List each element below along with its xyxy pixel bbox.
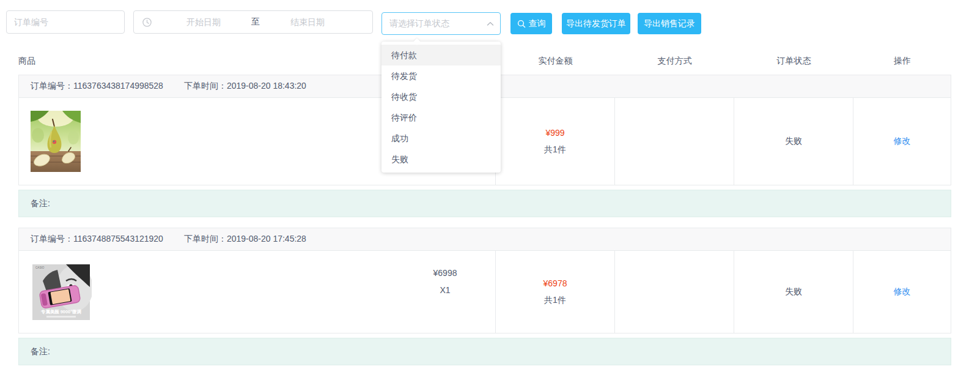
order-status-cell: 失败 bbox=[734, 251, 853, 333]
order-card-body: CASIO 专属美颜 9000°微调 ¥6998 X1 ¥6978 共1件 失败 bbox=[18, 251, 951, 333]
unit-price-block: ¥6998 X1 bbox=[408, 264, 482, 299]
date-range-picker[interactable]: 至 bbox=[133, 10, 373, 34]
search-icon bbox=[517, 20, 526, 28]
order-time-label: 下单时间：2019-08-20 18:43:20 bbox=[184, 81, 306, 92]
unit-quantity: X1 bbox=[408, 281, 482, 299]
pay-method-cell bbox=[614, 98, 734, 185]
remark-label: 备注: bbox=[31, 346, 50, 357]
start-date-input[interactable] bbox=[160, 17, 248, 27]
header-order-status: 订单状态 bbox=[734, 56, 853, 67]
order-number-label: 订单编号：1163748875543121920 bbox=[31, 234, 163, 245]
export-pending-orders-button[interactable]: 导出待发货订单 bbox=[562, 13, 630, 34]
action-cell: 修改 bbox=[853, 251, 951, 333]
order-remark-row: 备注: bbox=[18, 338, 951, 365]
order-status: 失败 bbox=[785, 286, 802, 297]
order-status: 失败 bbox=[785, 136, 802, 147]
order-time-label: 下单时间：2019-08-20 17:45:28 bbox=[184, 234, 306, 245]
edit-order-link[interactable]: 修改 bbox=[894, 136, 911, 147]
status-dropdown-panel: 待付款 待发货 待收货 待评价 成功 失败 bbox=[381, 42, 501, 173]
status-option-failed[interactable]: 失败 bbox=[381, 149, 501, 170]
order-remark-row: 备注: bbox=[18, 190, 951, 217]
end-date-input[interactable] bbox=[263, 17, 352, 27]
order-card-header: 订单编号：1163748875543121920 下单时间：2019-08-20… bbox=[18, 228, 951, 251]
camera-brand-text: CASIO bbox=[35, 266, 45, 269]
status-option-pending-receipt[interactable]: 待收货 bbox=[381, 86, 501, 107]
unit-price: ¥6998 bbox=[408, 264, 482, 281]
order-number-label: 订单编号：1163763438174998528 bbox=[31, 81, 163, 92]
order-number-input[interactable] bbox=[6, 10, 125, 34]
status-option-pending-review[interactable]: 待评价 bbox=[381, 107, 501, 128]
export-sales-label: 导出销售记录 bbox=[644, 18, 695, 29]
status-option-pending-payment[interactable]: 待付款 bbox=[381, 45, 501, 65]
header-action: 操作 bbox=[853, 56, 951, 67]
pear-product-image bbox=[31, 111, 81, 172]
date-separator-label: 至 bbox=[248, 17, 263, 28]
export-pending-label: 导出待发货订单 bbox=[566, 18, 626, 29]
header-pay-method: 支付方式 bbox=[615, 56, 734, 67]
chevron-up-icon bbox=[487, 21, 494, 26]
export-sales-records-button[interactable]: 导出销售记录 bbox=[638, 13, 701, 34]
edit-order-link[interactable]: 修改 bbox=[894, 286, 911, 297]
paid-amount: ¥999 bbox=[545, 128, 564, 138]
status-option-pending-shipment[interactable]: 待发货 bbox=[381, 65, 501, 86]
status-select-placeholder: 请选择订单状态 bbox=[389, 18, 449, 29]
header-paid-amount: 实付金额 bbox=[496, 56, 615, 67]
product-cell: CASIO 专属美颜 9000°微调 ¥6998 X1 bbox=[19, 251, 495, 333]
camera-caption-text: 专属美颜 9000°微调 bbox=[40, 309, 81, 315]
search-button[interactable]: 查询 bbox=[510, 13, 552, 34]
status-option-success[interactable]: 成功 bbox=[381, 128, 501, 149]
action-cell: 修改 bbox=[853, 98, 951, 185]
clock-icon bbox=[134, 18, 160, 27]
search-button-label: 查询 bbox=[529, 18, 546, 29]
paid-amount: ¥6978 bbox=[543, 278, 567, 288]
camera-product-image: CASIO 专属美颜 9000°微调 bbox=[31, 263, 92, 322]
pay-method-cell bbox=[614, 251, 734, 333]
paid-amount-cell: ¥6978 共1件 bbox=[495, 251, 614, 333]
order-card: 订单编号：1163748875543121920 下单时间：2019-08-20… bbox=[18, 228, 951, 365]
paid-count: 共1件 bbox=[544, 144, 566, 155]
order-status-cell: 失败 bbox=[734, 98, 853, 185]
paid-count: 共1件 bbox=[544, 295, 566, 306]
order-status-select[interactable]: 请选择订单状态 bbox=[381, 12, 501, 35]
remark-label: 备注: bbox=[31, 198, 50, 209]
order-management-page: 至 请选择订单状态 查询 导出待发货订单 导出销售记录 商品 实付金额 支付方式… bbox=[0, 0, 980, 380]
paid-amount-cell: ¥999 共1件 bbox=[495, 98, 614, 185]
